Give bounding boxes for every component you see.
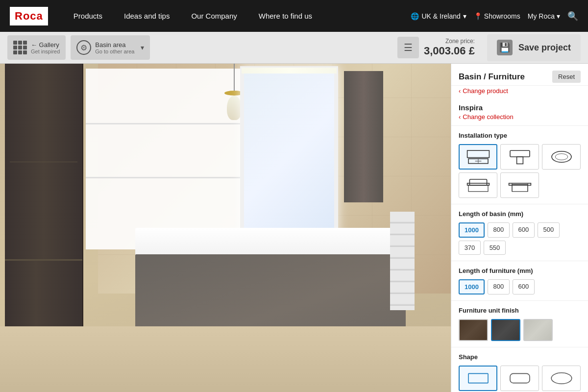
basin-len-500[interactable]: 500 <box>538 222 560 238</box>
install-option-0[interactable] <box>459 144 497 170</box>
basin-length-section: Length of basin (mm) 1000 800 600 500 37… <box>451 204 588 261</box>
search-icon: 🔍 <box>567 11 578 21</box>
basin-area-btn[interactable]: ⚙ Basin area Go to other area ▾ <box>71 35 150 60</box>
mirror <box>240 66 338 247</box>
install-option-3[interactable] <box>459 172 497 198</box>
shape-grid <box>459 366 581 391</box>
installation-type-section: Installation type <box>451 126 588 204</box>
collection-section: Inspira ‹ Change collection <box>451 98 588 126</box>
search-btn[interactable]: 🔍 <box>567 11 578 22</box>
reset-button[interactable]: Reset <box>552 71 581 83</box>
basin-len-1000[interactable]: 1000 <box>459 222 485 238</box>
svg-point-6 <box>552 151 571 162</box>
finish-light[interactable] <box>523 319 553 341</box>
bathroom-scene <box>0 64 451 392</box>
install-option-2[interactable] <box>542 144 581 170</box>
shape-option-0[interactable] <box>459 366 497 391</box>
my-roca-label: My Roca <box>528 12 555 20</box>
basin-length-label: Length of basin (mm) <box>459 210 581 218</box>
finish-options <box>459 319 581 341</box>
list-view-btn[interactable]: ☰ <box>397 37 419 58</box>
shape-section: Shape <box>451 347 588 392</box>
chevron-left-collection-icon: ‹ <box>459 113 461 121</box>
semi-counter-icon <box>466 177 490 193</box>
finish-dark-wood[interactable] <box>459 319 488 341</box>
chevron-left-icon: ‹ <box>459 87 461 95</box>
pin-icon: 📍 <box>474 12 482 20</box>
basin-len-600[interactable]: 600 <box>513 222 535 238</box>
svg-point-17 <box>551 373 572 384</box>
floor <box>0 326 451 392</box>
shape-option-1[interactable] <box>500 366 539 391</box>
main-header: Roca Products Ideas and tips Our Company… <box>0 0 588 32</box>
change-product-label: Change product <box>463 87 508 95</box>
save-disk-icon: 💾 <box>497 40 513 55</box>
rp-title: Basin / Furniture <box>459 72 525 82</box>
nav-products[interactable]: Products <box>63 0 113 32</box>
svg-rect-15 <box>468 373 488 383</box>
furniture-length-section: Length of furniture (mm) 1000 800 600 <box>451 261 588 301</box>
furn-len-600[interactable]: 600 <box>513 279 535 294</box>
shape-rect-icon <box>466 370 490 386</box>
pedestal-icon <box>508 149 532 165</box>
basin-len-370[interactable]: 370 <box>459 241 481 255</box>
install-option-4[interactable] <box>500 172 539 198</box>
zone-price-value: 3,003.06 £ <box>424 45 475 57</box>
basin-len-550[interactable]: 550 <box>484 241 506 255</box>
basin-dropdown-arrow: ▾ <box>141 44 144 51</box>
change-product-link[interactable]: ‹ Change product <box>451 86 588 98</box>
price-area: Zone price: 3,003.06 £ <box>424 38 475 57</box>
basin-length-options: 1000 800 600 500 370 550 <box>459 222 581 255</box>
header-right: 🌐 UK & Ireland ▾ 📍 Showrooms My Roca ▾ 🔍 <box>411 11 578 22</box>
nav-ideas[interactable]: Ideas and tips <box>113 0 180 32</box>
svg-point-7 <box>555 154 568 160</box>
nav-company[interactable]: Our Company <box>180 0 247 32</box>
options-scroll-area[interactable]: Installation type <box>451 126 588 392</box>
basin-len-800[interactable]: 800 <box>488 222 510 238</box>
my-roca-btn[interactable]: My Roca ▾ <box>528 12 560 20</box>
showrooms-label: Showrooms <box>484 12 520 20</box>
basin-area-sublabel: Go to other area <box>95 49 134 54</box>
logo[interactable]: Roca <box>10 7 48 25</box>
room-panel <box>0 64 451 392</box>
right-panel: Basin / Furniture Reset ‹ Change product… <box>451 64 588 392</box>
gallery-text-block: ← Gallery Get inspired <box>31 41 60 54</box>
nav-where[interactable]: Where to find us <box>248 0 323 32</box>
main-nav: Products Ideas and tips Our Company Wher… <box>63 0 411 32</box>
install-option-1[interactable] <box>500 144 539 170</box>
settings-gear-icon: ⚙ <box>76 40 91 55</box>
save-project-button[interactable]: 💾 Save project <box>487 34 581 61</box>
svg-rect-16 <box>510 373 530 383</box>
basin-area-label: Basin area <box>95 41 134 49</box>
grid-icon <box>13 41 27 54</box>
globe-icon: 🌐 <box>411 12 419 20</box>
change-collection-label: Change collection <box>463 113 513 121</box>
svg-rect-9 <box>469 179 487 185</box>
change-collection-link[interactable]: ‹ Change collection <box>459 113 581 121</box>
furn-len-1000[interactable]: 1000 <box>459 279 485 294</box>
showrooms-link[interactable]: 📍 Showrooms <box>474 12 520 20</box>
inset-icon <box>508 177 532 193</box>
furn-len-800[interactable]: 800 <box>488 279 510 294</box>
main-content: Basin / Furniture Reset ‹ Change product… <box>0 64 588 392</box>
svg-rect-4 <box>510 150 530 157</box>
region-chevron: ▾ <box>463 12 466 20</box>
gallery-sublabel: Get inspired <box>31 49 60 54</box>
installation-type-label: Installation type <box>459 132 581 139</box>
gallery-btn[interactable]: ← Gallery Get inspired <box>7 35 66 60</box>
finish-dark-grey[interactable] <box>491 319 520 341</box>
shape-option-2[interactable] <box>542 366 581 391</box>
region-selector[interactable]: 🌐 UK & Ireland ▾ <box>411 12 466 20</box>
under-counter-drawer-icon <box>466 149 490 165</box>
logo-area[interactable]: Roca <box>10 7 48 25</box>
shape-oval-icon <box>550 370 573 386</box>
save-project-label: Save project <box>518 43 571 53</box>
toolbar-right: ☰ Zone price: 3,003.06 £ 💾 Save project <box>397 34 581 61</box>
gallery-label: ← Gallery <box>31 41 60 49</box>
zone-price-label: Zone price: <box>424 38 475 45</box>
shape-rounded-icon <box>508 370 532 386</box>
countertop-icon <box>550 149 573 165</box>
rp-header: Basin / Furniture Reset <box>451 64 588 86</box>
collection-name: Inspira <box>459 103 581 112</box>
towel-rail <box>390 212 415 310</box>
